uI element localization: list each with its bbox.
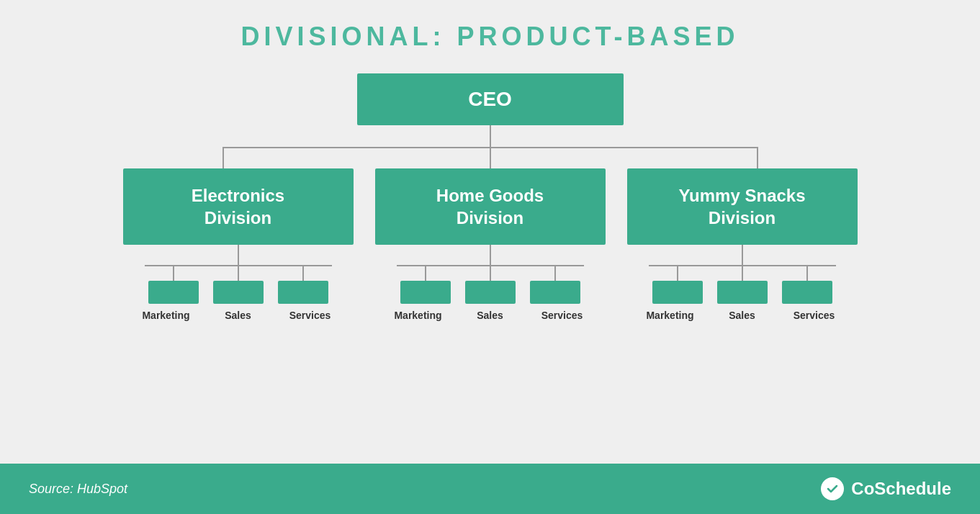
electronics-sales-node xyxy=(213,281,264,304)
electronics-marketing-node xyxy=(148,281,199,304)
org-chart: CEO ElectronicsDivision xyxy=(29,73,951,449)
home-goods-sales-connector xyxy=(462,266,519,304)
footer-brand: CoSchedule xyxy=(821,477,951,500)
yummy-snacks-division-column: Yummy SnacksDivision xyxy=(627,168,858,321)
page-title: DIVISIONAL: PRODUCT-BASED xyxy=(240,22,739,52)
electronics-sales-label: Sales xyxy=(210,310,267,321)
home-goods-division-node: Home GoodsDivision xyxy=(375,168,606,245)
home-goods-marketing-label: Marketing xyxy=(390,310,447,321)
yummy-snacks-marketing-label: Marketing xyxy=(642,310,699,321)
home-goods-sub-connectors xyxy=(397,266,584,304)
coschedule-check-icon xyxy=(821,477,844,500)
home-goods-services-connector xyxy=(526,266,584,304)
home-goods-sub-wrapper: Marketing Sales Services xyxy=(375,265,606,321)
electronics-sales-connector xyxy=(210,266,267,304)
electronics-services-connector xyxy=(274,266,332,304)
home-goods-sales-node xyxy=(465,281,516,304)
main-content: DIVISIONAL: PRODUCT-BASED CEO Electronic… xyxy=(0,0,980,464)
yummy-snacks-sales-connector xyxy=(714,266,771,304)
electronics-sub-h-line xyxy=(145,265,332,266)
electronics-marketing-label: Marketing xyxy=(138,310,195,321)
electronics-sub-connector xyxy=(238,245,239,265)
yummy-snacks-marketing-node xyxy=(652,281,703,304)
yummy-snacks-marketing-connector xyxy=(649,266,706,304)
divisions-row: ElectronicsDivision xyxy=(94,168,886,321)
home-goods-services-node xyxy=(530,281,580,304)
yummy-snacks-sub-connector xyxy=(742,245,743,265)
ceo-vertical-connector xyxy=(490,125,491,147)
ceo-node: CEO xyxy=(357,73,624,125)
electronics-sub-connectors xyxy=(145,266,332,304)
yummy-snacks-sales-label: Sales xyxy=(714,310,771,321)
branch-drop-center xyxy=(490,147,491,168)
electronics-sub-wrapper: Marketing Sales Services xyxy=(123,265,354,321)
yummy-snacks-sub-h-line xyxy=(649,265,836,266)
electronics-sub-labels: Marketing Sales Services xyxy=(138,310,339,321)
yummy-snacks-division-node: Yummy SnacksDivision xyxy=(627,168,858,245)
footer-brand-name: CoSchedule xyxy=(851,479,951,499)
home-goods-division-column: Home GoodsDivision xyxy=(375,168,606,321)
electronics-services-node xyxy=(278,281,328,304)
home-goods-sub-connector xyxy=(490,245,491,265)
branch-line xyxy=(94,147,886,168)
home-goods-sales-label: Sales xyxy=(462,310,519,321)
electronics-division-node: ElectronicsDivision xyxy=(123,168,354,245)
footer: Source: HubSpot CoSchedule xyxy=(0,464,980,514)
footer-source: Source: HubSpot xyxy=(29,482,127,497)
home-goods-services-label: Services xyxy=(534,310,591,321)
yummy-snacks-sub-labels: Marketing Sales Services xyxy=(642,310,843,321)
yummy-snacks-sub-wrapper: Marketing Sales Services xyxy=(627,265,858,321)
checkmark-icon xyxy=(825,482,840,496)
electronics-division-column: ElectronicsDivision xyxy=(123,168,354,321)
branch-drop-right xyxy=(757,147,758,168)
branch-drop-left xyxy=(222,147,224,168)
home-goods-marketing-connector xyxy=(397,266,454,304)
yummy-snacks-sales-node xyxy=(717,281,768,304)
electronics-services-label: Services xyxy=(282,310,339,321)
yummy-snacks-services-connector xyxy=(778,266,836,304)
home-goods-sub-labels: Marketing Sales Services xyxy=(390,310,591,321)
yummy-snacks-sub-connectors xyxy=(649,266,836,304)
home-goods-sub-h-line xyxy=(397,265,584,266)
home-goods-marketing-node xyxy=(400,281,451,304)
electronics-marketing-connector xyxy=(145,266,202,304)
yummy-snacks-services-label: Services xyxy=(786,310,843,321)
yummy-snacks-services-node xyxy=(782,281,832,304)
